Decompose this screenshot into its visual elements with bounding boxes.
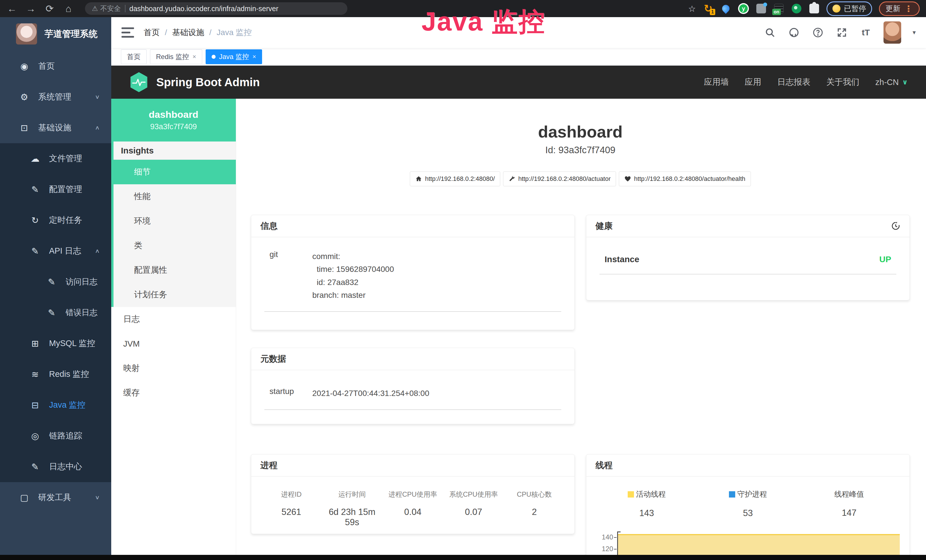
browser-update-button[interactable]: 更新 ⋮	[879, 2, 920, 16]
sba-nav-wallboard[interactable]: 应用墙	[704, 76, 729, 88]
sidebar: 芋道管理系统 ◉ 首页 ⚙ 系统管理 ∨ ⊡ 基础设施 ∧	[0, 17, 111, 560]
app-title: 芋道管理系统	[44, 28, 98, 40]
edit-icon: ✎	[29, 184, 42, 195]
extension-tabs-icon[interactable]: on	[773, 3, 784, 14]
sidebar-item-tracing[interactable]: ◎ 链路追踪	[0, 421, 111, 451]
sidebar-logo[interactable]: 芋道管理系统	[0, 17, 111, 51]
not-secure-warning[interactable]: ⚠ 不安全	[92, 4, 121, 13]
close-icon[interactable]: ×	[192, 53, 196, 61]
breadcrumb: 首页 / 基础设施 / Java 监控	[144, 27, 252, 38]
browser-menu-icon[interactable]: ⋮	[904, 4, 913, 14]
heart-icon	[624, 176, 631, 182]
github-icon[interactable]	[788, 26, 800, 39]
breadcrumb-home[interactable]: 首页	[144, 27, 160, 38]
extension-pin-icon[interactable]	[720, 3, 731, 14]
process-table: 进程ID 5261 运行时间 6d 23h 15m 59s	[261, 489, 565, 527]
instance-sidebar: dashboard 93a3fc7f7409 Insights 细节 性能 环境…	[111, 99, 236, 560]
sidebar-item-scheduled-tasks[interactable]: ↻ 定时任务	[0, 205, 111, 236]
paused-pill[interactable]: 已暂停	[826, 2, 872, 16]
layers-icon: ≋	[29, 369, 42, 380]
sidebar-item-api-logs[interactable]: ✎ API 日志 ∧	[0, 236, 111, 266]
sba-nav-applications[interactable]: 应用	[744, 76, 761, 88]
browser-forward-icon[interactable]: →	[25, 3, 36, 14]
browser-chrome: ← → ⟳ ⌂ ⚠ 不安全 dashboard.yudao.iocoder.cn…	[0, 0, 926, 17]
edit-icon: ✎	[29, 462, 42, 472]
process-col-system-cpu: 系统CPU使用率 0.07	[443, 490, 504, 527]
tab-redis-monitor[interactable]: Redis 监控 ×	[150, 49, 202, 64]
sidebar-item-home[interactable]: ◉ 首页	[0, 51, 111, 82]
sidebar-item-mysql-monitor[interactable]: ⊞ MySQL 监控	[0, 328, 111, 359]
legend-peak-threads: 线程峰值 147	[799, 489, 900, 518]
endpoint-actuator-button[interactable]: http://192.168.0.2:48080/actuator	[503, 171, 616, 186]
window-bottom-edge	[0, 555, 926, 560]
home-icon	[415, 176, 422, 182]
main-panel: dashboard Id: 93a3fc7f7409 http://192.16…	[236, 99, 926, 560]
browser-reload-icon[interactable]: ⟳	[44, 3, 55, 14]
edit-icon: ✎	[29, 246, 42, 256]
endpoint-home-button[interactable]: http://192.168.0.2:48080/	[410, 171, 500, 186]
sidebar-item-file-management[interactable]: ☁ 文件管理	[0, 143, 111, 174]
browser-home-icon[interactable]: ⌂	[63, 3, 74, 14]
extension-puzzle-icon[interactable]	[809, 3, 820, 14]
font-size-icon[interactable]: tT	[859, 26, 872, 39]
bookmark-star-icon[interactable]: ☆	[688, 4, 696, 14]
instance-nav-metrics[interactable]: 性能	[113, 184, 236, 209]
metadata-value: 2021-04-27T00:44:31.254+08:00	[312, 387, 565, 400]
sidebar-item-java-monitor[interactable]: ⊟ Java 监控	[0, 390, 111, 421]
instance-header[interactable]: dashboard 93a3fc7f7409	[111, 99, 236, 141]
edit-icon: ✎	[45, 277, 58, 287]
sba-brand[interactable]: Spring Boot Admin	[130, 72, 260, 92]
sba-nav-journal[interactable]: 日志报表	[777, 76, 810, 88]
help-icon[interactable]	[812, 26, 824, 39]
sidebar-item-log-center[interactable]: ✎ 日志中心	[0, 451, 111, 482]
sba-nav: 应用墙 应用 日志报表 关于我们 zh-CN ∨	[704, 76, 908, 88]
emoji-face-icon	[832, 5, 840, 12]
instance-nav-config-props[interactable]: 配置属性	[113, 258, 236, 282]
sidebar-item-dev-tools[interactable]: ▢ 研发工具 ∨	[0, 482, 111, 513]
hamburger-icon[interactable]	[121, 27, 134, 38]
tab-java-monitor[interactable]: Java 监控 ×	[206, 49, 262, 64]
sba-language-select[interactable]: zh-CN ∨	[875, 77, 908, 87]
instance-nav-environment[interactable]: 环境	[113, 209, 236, 233]
browser-url-text: dashboard.yudao.iocoder.cn/infra/admin-s…	[130, 5, 278, 13]
sidebar-item-infrastructure[interactable]: ⊡ 基础设施 ∧	[0, 112, 111, 143]
close-icon[interactable]: ×	[253, 53, 256, 61]
monitor-icon: ⊟	[29, 400, 42, 410]
sidebar-item-system-management[interactable]: ⚙ 系统管理 ∨	[0, 82, 111, 112]
instance-nav-logs[interactable]: 日志	[111, 307, 236, 331]
user-avatar[interactable]	[884, 21, 901, 44]
instance-nav-details[interactable]: 细节	[113, 160, 236, 184]
sidebar-item-access-logs[interactable]: ✎ 访问日志	[0, 266, 111, 297]
sidebar-item-config-management[interactable]: ✎ 配置管理	[0, 174, 111, 205]
extension-grid-icon[interactable]	[756, 3, 767, 14]
browser-back-icon[interactable]: ←	[6, 3, 18, 14]
extension-y-icon[interactable]: y	[738, 3, 749, 14]
browser-url-bar[interactable]: ⚠ 不安全 dashboard.yudao.iocoder.cn/infra/a…	[85, 2, 347, 15]
history-icon[interactable]	[891, 221, 900, 231]
instance-nav-classes[interactable]: 类	[113, 233, 236, 258]
instance-name: dashboard	[149, 109, 198, 120]
tab-bar: 首页 Redis 监控 × Java 监控 ×	[111, 48, 926, 66]
legend-daemon-threads: 守护进程 53	[697, 489, 799, 518]
endpoint-health-button[interactable]: http://192.168.0.2:48080/actuator/health	[619, 171, 750, 186]
extension-leaf-icon[interactable]	[791, 3, 802, 14]
search-icon[interactable]	[764, 26, 776, 39]
fullscreen-icon[interactable]	[835, 26, 848, 39]
instance-nav-jvm[interactable]: JVM	[111, 331, 236, 356]
instance-nav-mappings[interactable]: 映射	[111, 356, 236, 381]
chevron-down-icon: ∨	[95, 494, 100, 501]
dashboard-icon: ◉	[18, 61, 31, 72]
instance-nav-caches[interactable]: 缓存	[111, 381, 236, 405]
info-card: 信息 git commit: time: 1596289704000 id: 2…	[251, 215, 575, 330]
sidebar-item-error-logs[interactable]: ✎ 错误日志	[0, 297, 111, 328]
breadcrumb-infrastructure[interactable]: 基础设施	[172, 27, 204, 38]
user-caret-icon[interactable]: ▾	[912, 29, 916, 36]
eye-icon: ◎	[29, 431, 42, 441]
instance-nav-scheduled-tasks[interactable]: 计划任务	[113, 282, 236, 307]
extension-refresh-icon[interactable]: ↻ 1	[703, 3, 714, 14]
tab-home[interactable]: 首页	[121, 49, 147, 64]
sidebar-item-redis-monitor[interactable]: ≋ Redis 监控	[0, 359, 111, 390]
info-key: git	[261, 250, 312, 301]
sba-nav-about[interactable]: 关于我们	[826, 76, 859, 88]
chevron-up-icon: ∧	[95, 125, 100, 131]
